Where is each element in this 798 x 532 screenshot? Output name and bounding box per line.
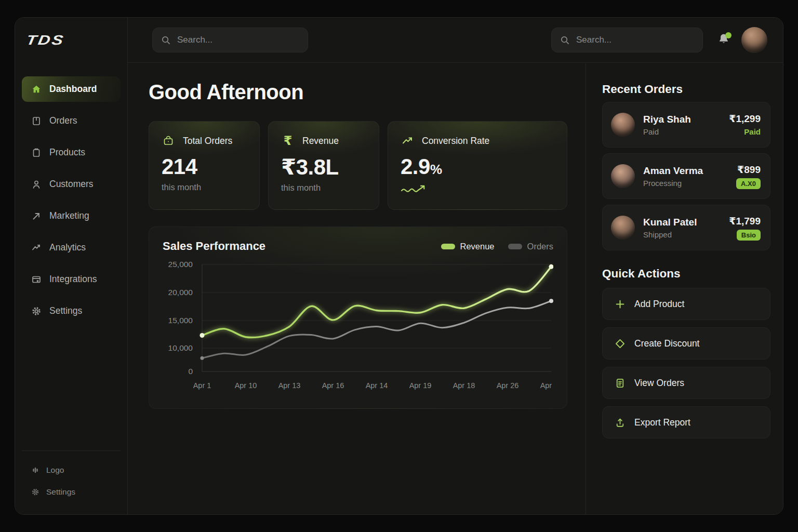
sidebar-item-marketing[interactable]: Marketing [22, 203, 121, 229]
notification-dot [725, 32, 732, 38]
marketing-icon [31, 210, 42, 221]
search-bar-secondary[interactable] [551, 28, 703, 52]
svg-text:Apr 26: Apr 26 [497, 381, 519, 390]
avatar [611, 113, 635, 137]
sidebar-item-label: Dashboard [49, 84, 97, 95]
order-row-riya-shah[interactable]: Riya Shah Paid ₹1,299 Paid [602, 102, 770, 148]
sidebar-item-customers[interactable]: Customers [22, 171, 121, 197]
sidebar-item-label: Integrations [49, 274, 97, 285]
conversion-sparkline [401, 184, 554, 195]
discount-icon [614, 338, 626, 349]
status-badge: Bsio [737, 230, 761, 241]
stats-row: Total Orders 214 this month ₹ Revenue ₹3… [149, 121, 567, 210]
order-amount: ₹899 [736, 164, 761, 176]
logo-area: TDS [15, 18, 128, 63]
svg-text:Apr 13: Apr 13 [278, 381, 301, 390]
action-label: View Orders [634, 378, 684, 389]
create-discount-button[interactable]: Create Discount [602, 327, 770, 360]
svg-text:Apr 10: Apr 10 [235, 381, 257, 390]
avatar [611, 164, 635, 188]
svg-text:15,000: 15,000 [168, 316, 193, 325]
action-label: Create Discount [634, 338, 699, 349]
order-amount: ₹1,799 [729, 215, 761, 227]
orders-icon [31, 115, 42, 126]
search-icon [560, 35, 570, 45]
notification-bell-icon[interactable] [716, 32, 732, 48]
sidebar-footer-label: Settings [46, 487, 75, 497]
stat-value: 214 [162, 154, 247, 179]
stat-card-revenue: ₹ Revenue ₹3.8L this month [268, 121, 379, 210]
sidebar-item-dashboard[interactable]: Dashboard [22, 76, 121, 102]
stat-value: 2.9% [401, 154, 554, 179]
integrations-icon [31, 274, 42, 285]
stat-card-total-orders: Total Orders 214 this month [149, 121, 260, 210]
legend-swatch-orders [508, 244, 522, 249]
sidebar-item-integrations[interactable]: Integrations [22, 267, 121, 292]
main-content: Good Afternoon Total Orders 214 this mon… [128, 63, 586, 514]
order-customer-name: Aman Verma [643, 165, 703, 177]
order-row-aman-verma[interactable]: Aman Verma Processing ₹899 A.X0 [602, 153, 770, 199]
action-label: Export Report [634, 417, 690, 428]
search-input-secondary[interactable] [576, 35, 694, 45]
sales-performance-card: Sales Performance Revenue Orders 25,0002… [149, 227, 567, 409]
svg-text:0: 0 [188, 367, 193, 376]
avatar [611, 216, 635, 240]
trending-up-icon [401, 134, 414, 148]
recent-orders-title: Recent Orders [602, 83, 770, 96]
legend-swatch-revenue [441, 244, 455, 249]
svg-text:Apr 14: Apr 14 [366, 381, 388, 390]
sidebar-item-label: Settings [49, 305, 82, 316]
analytics-icon [31, 242, 42, 253]
user-avatar[interactable] [741, 27, 767, 53]
view-orders-button[interactable]: View Orders [602, 367, 770, 399]
sidebar-item-settings[interactable]: Settings [22, 298, 121, 324]
legend-label: Orders [527, 242, 553, 251]
sidebar-footer: Logo Settings [22, 450, 121, 503]
search-icon [161, 35, 171, 45]
sidebar-item-label: Orders [49, 115, 77, 126]
topbar [128, 18, 783, 63]
stat-value: ₹3.8L [281, 154, 366, 180]
export-report-button[interactable]: Export Report [602, 406, 770, 438]
right-panel: Recent Orders Riya Shah Paid ₹1,299 Paid… [586, 63, 783, 514]
document-icon [614, 377, 626, 389]
quick-actions-title: Quick Actions [602, 267, 770, 281]
logo-mark-icon [31, 466, 39, 475]
customers-icon [31, 179, 42, 190]
settings-icon [31, 305, 42, 316]
action-label: Add Product [634, 299, 684, 310]
order-customer-name: Kunal Patel [643, 217, 697, 228]
legend-item-revenue[interactable]: Revenue [441, 242, 495, 251]
sidebar-footer-label: Logo [46, 466, 64, 475]
sidebar-footer-item-logo[interactable]: Logo [22, 459, 121, 481]
order-row-kunal-patel[interactable]: Kunal Patel Shipped ₹1,799 Bsio [602, 205, 770, 250]
products-icon [31, 147, 42, 158]
sidebar: Dashboard Orders Products Customers Mark… [15, 63, 128, 514]
stat-subtext: this month [281, 183, 366, 193]
order-status: Paid [643, 127, 691, 136]
svg-text:10,000: 10,000 [168, 343, 193, 352]
sidebar-item-products[interactable]: Products [22, 140, 121, 165]
legend-item-orders[interactable]: Orders [508, 242, 553, 251]
search-bar-main[interactable] [152, 28, 308, 52]
home-icon [31, 84, 42, 95]
svg-text:Apr 16: Apr 16 [322, 381, 344, 390]
search-input-main[interactable] [177, 35, 299, 45]
sidebar-item-orders[interactable]: Orders [22, 108, 121, 134]
plus-icon [614, 298, 626, 310]
sidebar-item-label: Products [49, 147, 85, 158]
sales-performance-chart: 25,00020,00015,00010,0000Apr 1Apr 10Apr … [163, 257, 553, 402]
status-badge: A.X0 [736, 178, 761, 189]
sidebar-footer-item-settings[interactable]: Settings [22, 481, 121, 503]
stat-label: Revenue [302, 136, 339, 147]
order-status: Shipped [643, 230, 697, 239]
chart-title: Sales Performance [163, 240, 265, 253]
svg-text:20,000: 20,000 [168, 288, 193, 297]
sidebar-item-analytics[interactable]: Analytics [22, 235, 121, 260]
app-window: TDS Dashboard [15, 17, 783, 515]
shopping-bag-icon [162, 134, 175, 148]
add-product-button[interactable]: Add Product [602, 288, 770, 320]
gear-icon [31, 488, 39, 497]
svg-text:Apr 19: Apr 19 [409, 381, 432, 390]
order-status: Processing [643, 179, 703, 188]
